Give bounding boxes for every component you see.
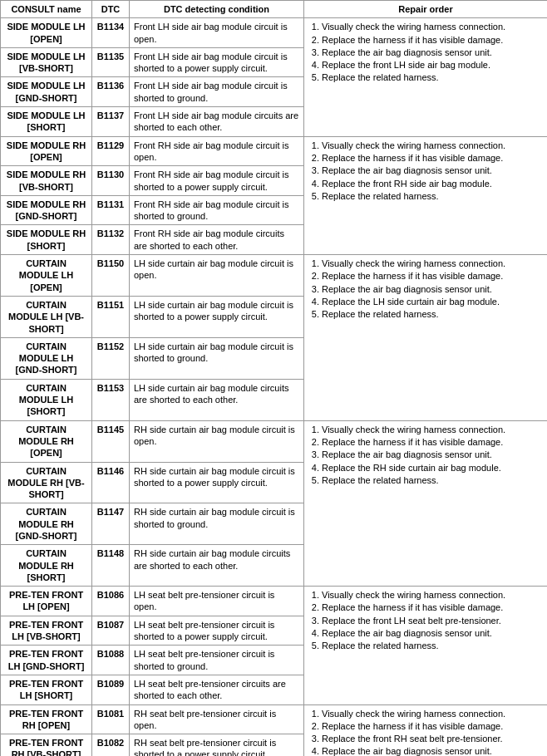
consult-cell: PRE-TEN FRONT RH [VB-SHORT] — [1, 734, 92, 756]
dtc-cell: B1134 — [92, 18, 130, 48]
header-dtc: DTC — [92, 1, 130, 18]
consult-cell: CURTAIN MODULE RH [GND-SHORT] — [1, 503, 92, 545]
repair-cell: Visually check the wiring harness connec… — [304, 704, 548, 756]
consult-cell: CURTAIN MODULE RH [SHORT] — [1, 545, 92, 587]
condition-cell: RH side curtain air bag module circuit i… — [130, 420, 304, 462]
repair-item: Replace the front LH side air bag module… — [322, 59, 543, 71]
dtc-cell: B1146 — [92, 462, 130, 503]
repair-item: Replace the front RH seat belt pre-tensi… — [322, 733, 543, 744]
dtc-cell: B1151 — [92, 296, 130, 337]
dtc-cell: B1152 — [92, 337, 130, 379]
dtc-cell: B1088 — [92, 646, 130, 675]
condition-cell: LH side curtain air bag module circuit i… — [130, 296, 304, 337]
repair-item: Replace the related harness. — [322, 640, 543, 651]
table-row: PRE-TEN FRONT LH [OPEN]B1086LH seat belt… — [1, 587, 548, 616]
repair-item: Visually check the wiring harness connec… — [322, 589, 543, 601]
condition-cell: Front LH side air bag module circuit is … — [130, 47, 304, 77]
repair-item: Replace the front RH side air bag module… — [322, 178, 543, 189]
repair-item: Replace the air bag diagnosis sensor uni… — [322, 627, 543, 639]
consult-cell: SIDE MODULE LH [OPEN] — [1, 18, 92, 48]
repair-item: Replace the LH side curtain air bag modu… — [322, 296, 543, 307]
condition-cell: Front RH side air bag module circuit is … — [130, 166, 304, 196]
consult-cell: CURTAIN MODULE RH [OPEN] — [1, 420, 92, 462]
repair-item: Visually check the wiring harness connec… — [322, 708, 543, 719]
repair-item: Visually check the wiring harness connec… — [322, 140, 543, 151]
dtc-cell: B1130 — [92, 166, 130, 196]
repair-item: Replace the related harness. — [322, 190, 543, 202]
repair-cell: Visually check the wiring harness connec… — [304, 587, 548, 704]
header-consult: CONSULT name — [1, 1, 92, 18]
condition-cell: Front RH side air bag module circuit is … — [130, 195, 304, 225]
repair-item: Replace the related harness. — [322, 71, 543, 83]
repair-cell: Visually check the wiring harness connec… — [304, 255, 548, 421]
table-row: PRE-TEN FRONT RH [OPEN]B1081RH seat belt… — [1, 704, 548, 734]
repair-item: Replace the harness if it has visible da… — [322, 436, 543, 448]
repair-cell: Visually check the wiring harness connec… — [304, 18, 548, 136]
condition-cell: LH seat belt pre-tensioner circuits are … — [130, 675, 304, 704]
table-row: CURTAIN MODULE LH [OPEN]B1150LH side cur… — [1, 255, 548, 297]
consult-cell: CURTAIN MODULE LH [SHORT] — [1, 379, 92, 420]
condition-cell: LH side curtain air bag module circuit i… — [130, 255, 304, 297]
dtc-cell: B1081 — [92, 704, 130, 734]
consult-cell: SIDE MODULE RH [OPEN] — [1, 136, 92, 166]
consult-cell: CURTAIN MODULE LH [OPEN] — [1, 255, 92, 297]
dtc-cell: B1129 — [92, 136, 130, 166]
consult-cell: SIDE MODULE LH [GND-SHORT] — [1, 77, 92, 107]
consult-cell: CURTAIN MODULE LH [GND-SHORT] — [1, 337, 92, 379]
repair-item: Replace the air bag diagnosis sensor uni… — [322, 47, 543, 58]
dtc-cell: B1086 — [92, 587, 130, 616]
repair-item: Replace the harness if it has visible da… — [322, 152, 543, 164]
condition-cell: RH side curtain air bag module circuits … — [130, 545, 304, 587]
condition-cell: Front LH side air bag module circuits ar… — [130, 107, 304, 137]
repair-item: Replace the related harness. — [322, 308, 543, 320]
dtc-cell: B1137 — [92, 107, 130, 137]
dtc-table: CONSULT name DTC DTC detecting condition… — [0, 0, 547, 756]
consult-cell: SIDE MODULE RH [VB-SHORT] — [1, 166, 92, 196]
condition-cell: Front RH side air bag module circuit is … — [130, 136, 304, 166]
header-condition: DTC detecting condition — [130, 1, 304, 18]
dtc-cell: B1131 — [92, 195, 130, 225]
repair-item: Replace the air bag diagnosis sensor uni… — [322, 164, 543, 176]
consult-cell: CURTAIN MODULE RH [VB-SHORT] — [1, 462, 92, 503]
repair-item: Replace the harness if it has visible da… — [322, 34, 543, 46]
consult-cell: CURTAIN MODULE LH [VB-SHORT] — [1, 296, 92, 337]
repair-item: Replace the harness if it has visible da… — [322, 270, 543, 282]
consult-cell: SIDE MODULE LH [VB-SHORT] — [1, 47, 92, 77]
header-repair: Repair order — [304, 1, 548, 18]
condition-cell: LH seat belt pre-tensioner circuit is sh… — [130, 646, 304, 675]
dtc-cell: B1148 — [92, 545, 130, 587]
condition-cell: LH side curtain air bag module circuit i… — [130, 337, 304, 379]
consult-cell: SIDE MODULE RH [GND-SHORT] — [1, 195, 92, 225]
table-row: SIDE MODULE LH [OPEN]B1134Front LH side … — [1, 18, 548, 48]
table-row: SIDE MODULE RH [OPEN]B1129Front RH side … — [1, 136, 548, 166]
repair-item: Replace the RH side curtain air bag modu… — [322, 462, 543, 474]
condition-cell: LH seat belt pre-tensioner circuit is op… — [130, 587, 304, 616]
condition-cell: RH side curtain air bag module circuit i… — [130, 503, 304, 545]
dtc-cell: B1147 — [92, 503, 130, 545]
repair-item: Replace the air bag diagnosis sensor uni… — [322, 745, 543, 756]
condition-cell: Front RH side air bag module circuits ar… — [130, 225, 304, 255]
condition-cell: Front LH side air bag module circuit is … — [130, 77, 304, 107]
condition-cell: RH seat belt pre-tensioner circuit is op… — [130, 704, 304, 734]
repair-item: Replace the related harness. — [322, 474, 543, 486]
repair-cell: Visually check the wiring harness connec… — [304, 136, 548, 254]
consult-cell: PRE-TEN FRONT LH [OPEN] — [1, 587, 92, 616]
dtc-cell: B1150 — [92, 255, 130, 297]
dtc-cell: B1153 — [92, 379, 130, 420]
condition-cell: Front LH side air bag module circuit is … — [130, 18, 304, 48]
condition-cell: LH seat belt pre-tensioner circuit is sh… — [130, 616, 304, 646]
repair-item: Replace the harness if it has visible da… — [322, 601, 543, 613]
repair-item: Replace the front LH seat belt pre-tensi… — [322, 615, 543, 626]
dtc-cell: B1089 — [92, 675, 130, 704]
condition-cell: RH seat belt pre-tensioner circuit is sh… — [130, 734, 304, 756]
repair-item: Replace the harness if it has visible da… — [322, 720, 543, 732]
dtc-cell: B1136 — [92, 77, 130, 107]
dtc-cell: B1135 — [92, 47, 130, 77]
table-row: CURTAIN MODULE RH [OPEN]B1145RH side cur… — [1, 420, 548, 462]
consult-cell: PRE-TEN FRONT LH [VB-SHORT] — [1, 616, 92, 646]
repair-cell: Visually check the wiring harness connec… — [304, 420, 548, 587]
repair-item: Visually check the wiring harness connec… — [322, 258, 543, 269]
dtc-cell: B1087 — [92, 616, 130, 646]
consult-cell: SIDE MODULE LH [SHORT] — [1, 107, 92, 137]
consult-cell: PRE-TEN FRONT LH [SHORT] — [1, 675, 92, 704]
